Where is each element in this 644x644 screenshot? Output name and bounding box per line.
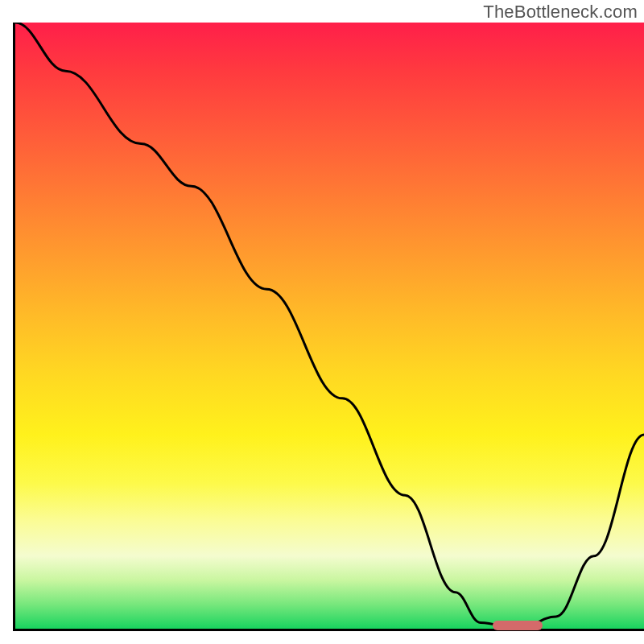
watermark-label: TheBottleneck.com [483, 2, 638, 23]
bottleneck-curve [15, 23, 644, 629]
plot-area [13, 23, 644, 631]
chart-container: TheBottleneck.com [0, 0, 644, 644]
optimal-range-marker [493, 621, 543, 630]
